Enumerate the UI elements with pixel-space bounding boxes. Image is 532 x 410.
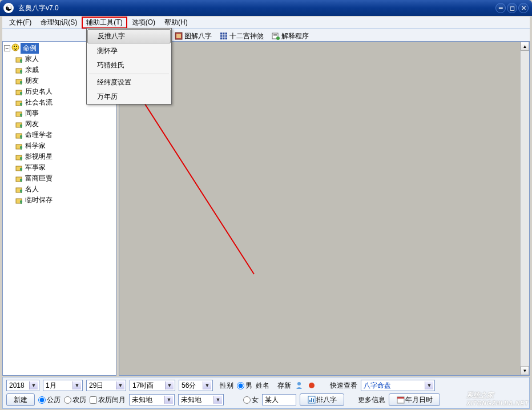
moreinfo-button[interactable]: 年月日时 (389, 393, 440, 406)
folder-person-icon (15, 186, 23, 194)
tree-item-label: 科学家 (25, 141, 46, 151)
bottom-panel: 2018 1月 29日 17时酉 56分 性别 男 姓名 存新 快速查看 八字命… (2, 377, 530, 409)
hour-select[interactable]: 17时酉 (130, 380, 175, 391)
toolbar-jieshi[interactable]: 解释程序 (268, 30, 312, 42)
menu-help[interactable]: 帮助(H) (160, 17, 192, 29)
svg-rect-31 (21, 116, 22, 117)
toolbar-tushi[interactable]: 图解八字 (171, 30, 215, 42)
svg-point-33 (20, 124, 22, 126)
chart-icon (307, 395, 316, 404)
calendar-solar[interactable]: 公历 (38, 395, 61, 405)
year-select[interactable]: 2018 (6, 380, 39, 391)
tree-item[interactable]: 命理学者 (15, 130, 115, 140)
tree-item[interactable]: 名人 (15, 184, 115, 195)
dropdown-cehuaiyun[interactable]: 测怀孕 (87, 44, 171, 58)
place1-select[interactable]: 未知地 (129, 394, 175, 405)
dropdown-separator (89, 74, 169, 74)
svg-point-39 (20, 146, 22, 148)
svg-rect-37 (21, 138, 22, 139)
gender-label: 性别 (220, 381, 233, 391)
diagram-icon (175, 32, 183, 40)
svg-rect-52 (21, 192, 22, 193)
dropdown-wannianli[interactable]: 万年历 (87, 90, 171, 104)
folder-person-icon (15, 77, 23, 85)
collapse-icon[interactable]: − (4, 45, 10, 51)
calendar-icon (396, 395, 405, 404)
menu-knowledge[interactable]: 命理知识(S) (36, 17, 82, 29)
svg-point-13 (16, 46, 17, 47)
window-controls: ━ ◻ ✕ (495, 3, 529, 13)
close-button[interactable]: ✕ (518, 3, 529, 13)
svg-point-59 (309, 383, 315, 388)
bottom-row-2: 新建 公历 农历 农历闰月 未知地 未知地 女 排八字 更多信息 年月日时 (6, 393, 526, 406)
svg-rect-46 (21, 170, 22, 171)
folder-person-icon (15, 120, 23, 128)
app-icon: ☯ (3, 3, 14, 13)
scroll-down-icon[interactable]: ▼ (521, 366, 529, 375)
name-input[interactable] (262, 394, 296, 405)
tree-item[interactable]: 科学家 (15, 140, 115, 151)
tree-item-label: 亲戚 (25, 65, 39, 75)
paibazi-button[interactable]: 排八字 (300, 393, 344, 406)
menu-options[interactable]: 选项(O) (127, 17, 160, 29)
tree-item-label: 影视明星 (25, 152, 53, 162)
svg-rect-62 (311, 398, 312, 402)
svg-rect-9 (273, 35, 277, 36)
tree-item[interactable]: 影视明星 (15, 151, 115, 162)
moreinfo-label: 更多信息 (358, 395, 385, 405)
calendar-lunar[interactable]: 农历 (64, 395, 86, 405)
tree-item[interactable]: 军事家 (15, 162, 115, 173)
main-area: − 命例 家人亲戚朋友历史名人社会名流同事网友命理学者科学家影视明星军事家富商巨… (2, 41, 530, 376)
svg-rect-2 (220, 33, 227, 39)
tree-item-label: 命理学者 (25, 130, 53, 140)
svg-point-30 (20, 113, 22, 115)
minute-select[interactable]: 56分 (179, 380, 213, 391)
leap-month-checkbox[interactable]: 农历闰月 (90, 395, 126, 405)
svg-rect-43 (21, 159, 22, 160)
svg-point-45 (20, 167, 22, 170)
toolbar-shensha[interactable]: 十二宫神煞 (216, 30, 267, 42)
gender-male[interactable]: 男 (237, 381, 252, 391)
place2-select[interactable]: 未知地 (178, 394, 224, 405)
menu-file[interactable]: 文件(F) (5, 17, 36, 29)
svg-rect-65 (397, 397, 404, 399)
grid-icon (220, 32, 228, 40)
minimize-button[interactable]: ━ (495, 3, 506, 13)
toolbar-tushi-label: 图解八字 (184, 31, 212, 41)
tree-item-label: 网友 (25, 119, 39, 129)
titlebar: ☯ 玄奥八字v7.0 ━ ◻ ✕ (0, 0, 532, 16)
tree-item[interactable]: 同事 (15, 108, 115, 119)
dropdown-jingwei[interactable]: 经纬度设置 (87, 75, 171, 90)
gender-female[interactable]: 女 (243, 395, 259, 405)
scroll-up-icon[interactable]: ▲ (521, 42, 529, 51)
svg-rect-8 (273, 34, 277, 35)
tree-item-label: 名人 (25, 184, 39, 194)
toolbar-jieshi-label: 解释程序 (281, 31, 309, 41)
menubar: 文件(F) 命理知识(S) 辅助工具(T) 选项(O) 帮助(H) (2, 17, 530, 29)
person-icon[interactable] (295, 381, 304, 390)
dropdown-fantui[interactable]: 反推八字 (87, 29, 171, 43)
vertical-scrollbar[interactable]: ▲ ▼ (520, 42, 529, 375)
month-select[interactable]: 1月 (43, 380, 83, 391)
tree-item[interactable]: 网友 (15, 119, 115, 130)
svg-point-21 (20, 81, 22, 83)
folder-person-icon (15, 110, 23, 118)
quickview-select[interactable]: 八字命盘 (361, 380, 435, 391)
folder-person-icon (15, 131, 23, 139)
new-button[interactable]: 新建 (6, 393, 35, 406)
bottom-row-1: 2018 1月 29日 17时酉 56分 性别 男 姓名 存新 快速查看 八字命… (6, 380, 526, 391)
maximize-button[interactable]: ◻ (507, 3, 517, 13)
folder-person-icon (15, 196, 23, 204)
tree-item[interactable]: 富商巨贾 (15, 173, 115, 184)
svg-rect-61 (309, 400, 311, 402)
svg-point-18 (20, 70, 22, 72)
folder-person-icon (15, 164, 23, 172)
svg-rect-19 (21, 73, 22, 74)
menu-tools[interactable]: 辅助工具(T) (82, 17, 127, 29)
svg-rect-25 (21, 94, 22, 95)
dropdown-qiaocai[interactable]: 巧猜姓氏 (87, 58, 171, 73)
tree-item[interactable]: 临时保存 (15, 195, 115, 206)
sun-icon[interactable] (307, 381, 316, 390)
save-new-label: 存新 (277, 381, 291, 391)
day-select[interactable]: 29日 (86, 380, 126, 391)
